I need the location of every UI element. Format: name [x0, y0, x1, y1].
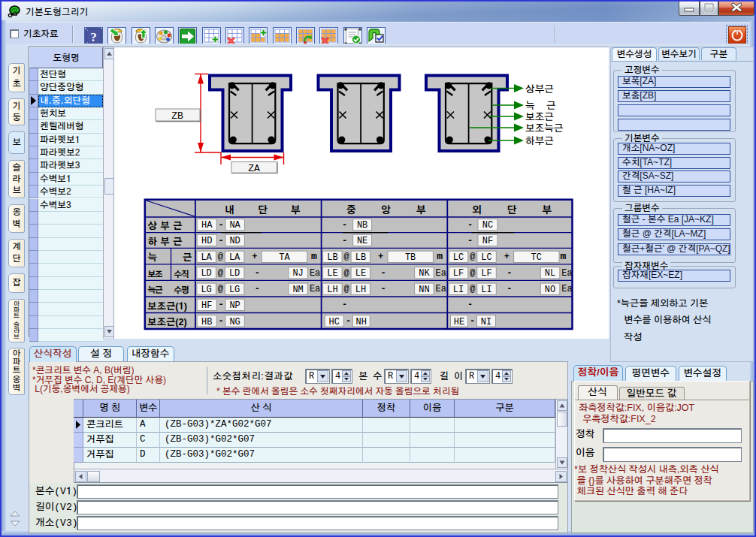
- svg-text:?: ?: [90, 30, 97, 44]
